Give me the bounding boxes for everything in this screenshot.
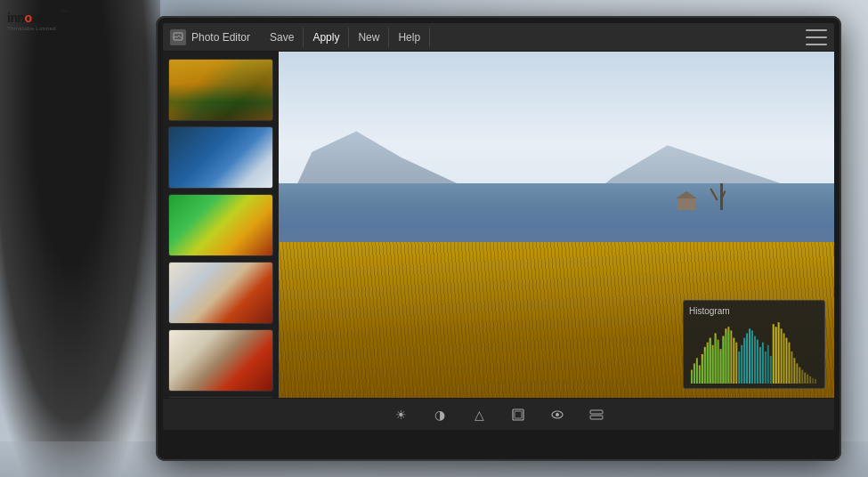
svg-rect-21	[696, 360, 698, 384]
svg-rect-28	[715, 336, 717, 384]
histogram-panel: Histogram	[683, 300, 825, 389]
logo-text-vana: Vana	[32, 11, 60, 25]
svg-rect-40	[754, 336, 756, 384]
thumbnail-item[interactable]	[168, 126, 273, 189]
contrast-tool[interactable]: ◑	[429, 404, 450, 425]
histogram-svg	[689, 319, 819, 384]
svg-rect-38	[749, 328, 750, 384]
svg-rect-34	[738, 352, 740, 384]
svg-rect-20	[694, 367, 695, 384]
svg-rect-19	[691, 373, 693, 384]
svg-rect-44	[765, 352, 767, 384]
svg-rect-37	[746, 333, 748, 384]
svg-rect-49	[778, 322, 780, 384]
svg-rect-32	[725, 333, 726, 384]
brightness-tool[interactable]: ☀	[390, 404, 411, 425]
svg-rect-18	[735, 343, 737, 384]
histogram-chart	[689, 319, 819, 384]
bottom-toolbar: ☀ ◑ △	[163, 398, 834, 430]
svg-rect-56	[796, 363, 798, 384]
svg-rect-41	[757, 340, 758, 384]
svg-rect-36	[743, 338, 745, 384]
histogram-title: Histogram	[689, 306, 819, 316]
svg-rect-26	[710, 340, 711, 384]
layers-tool[interactable]	[586, 404, 607, 425]
svg-rect-42	[759, 347, 761, 384]
svg-rect-22	[699, 370, 701, 384]
svg-rect-45	[767, 345, 769, 384]
thumbnail-item[interactable]	[168, 329, 273, 392]
hamburger-menu-button[interactable]	[806, 29, 827, 45]
svg-rect-53	[788, 343, 790, 384]
thumbnail-item[interactable]	[168, 59, 273, 121]
svg-rect-68	[590, 410, 603, 414]
svg-rect-50	[781, 328, 783, 384]
app-title: Photo Editor	[191, 31, 250, 44]
building-structure	[677, 197, 695, 210]
svg-rect-35	[741, 345, 742, 384]
svg-rect-27	[712, 349, 714, 384]
preview-tool[interactable]	[547, 404, 568, 425]
svg-rect-47	[773, 324, 775, 384]
svg-rect-43	[762, 343, 764, 384]
svg-rect-57	[799, 367, 800, 384]
crop-tool[interactable]: △	[468, 404, 490, 425]
svg-rect-17	[733, 338, 734, 384]
svg-rect-33	[727, 330, 729, 384]
photo-editor-icon	[170, 29, 186, 45]
main-content: Histogram	[163, 52, 834, 398]
person-silhouette	[0, 0, 160, 477]
thumbnail-item[interactable]	[168, 262, 273, 324]
svg-rect-69	[590, 416, 603, 419]
svg-rect-51	[783, 333, 785, 384]
svg-rect-63	[815, 379, 816, 384]
svg-rect-59	[804, 373, 806, 384]
svg-point-67	[556, 413, 559, 416]
svg-rect-55	[793, 358, 795, 384]
logo-text-inn: inn	[7, 11, 25, 25]
svg-rect-46	[770, 356, 772, 384]
svg-rect-31	[722, 338, 724, 384]
thumbnail-item[interactable]	[168, 194, 273, 256]
monitor: Photo Editor Save Apply New Help	[156, 16, 841, 461]
monitor-stand	[463, 447, 534, 454]
menu-apply[interactable]: Apply	[304, 28, 349, 47]
svg-rect-58	[801, 370, 803, 384]
thumbnail-panel	[163, 52, 279, 398]
svg-rect-16	[730, 330, 732, 384]
svg-rect-29	[718, 343, 719, 384]
logo-accent-o: o	[25, 11, 32, 25]
bare-tree	[720, 183, 723, 210]
main-image-canvas[interactable]: Histogram	[279, 52, 834, 398]
logo-subtitle: Thinklabs Limited	[7, 26, 69, 31]
monitor-screen: Photo Editor Save Apply New Help	[163, 23, 834, 430]
svg-rect-60	[807, 375, 808, 384]
svg-rect-39	[751, 330, 753, 384]
svg-rect-54	[791, 352, 792, 384]
menu-new[interactable]: New	[349, 28, 389, 47]
svg-rect-23	[702, 358, 703, 384]
menu-save[interactable]: Save	[261, 28, 304, 47]
svg-rect-25	[707, 345, 709, 384]
menu-help[interactable]: Help	[389, 28, 430, 47]
svg-rect-48	[775, 327, 777, 384]
svg-rect-65	[515, 411, 522, 418]
thumbnail-item[interactable]	[168, 397, 273, 398]
svg-rect-61	[809, 376, 811, 384]
logo: innoVana™ Thinklabs Limited	[7, 7, 69, 31]
svg-rect-30	[720, 352, 722, 384]
svg-rect-52	[786, 338, 788, 384]
svg-rect-24	[704, 352, 706, 384]
transform-tool[interactable]	[507, 404, 529, 425]
logo-trademark: ™	[59, 7, 69, 19]
svg-rect-62	[812, 378, 814, 384]
menu-bar: Photo Editor Save Apply New Help	[163, 23, 834, 52]
